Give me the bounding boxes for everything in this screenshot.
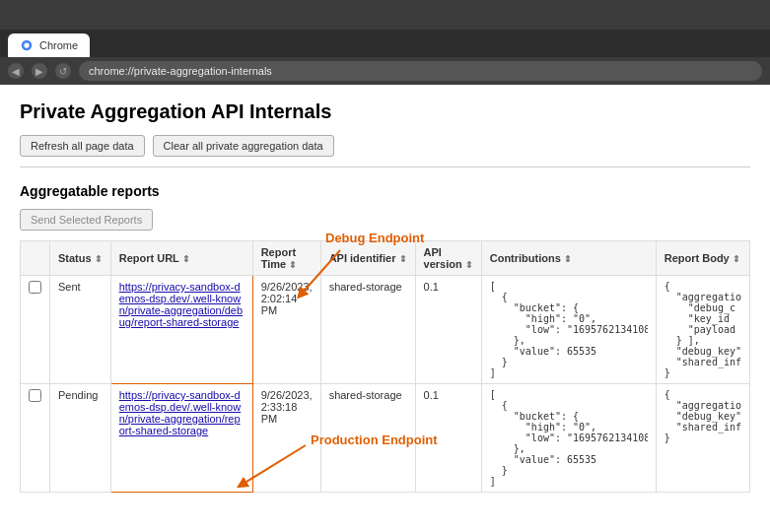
- row2-checkbox[interactable]: [29, 389, 41, 402]
- row1-api-version: 0.1: [415, 276, 481, 384]
- aggregatable-reports-table: Status ⇕ Report URL ⇕ ReportTime ⇕ API i…: [20, 240, 750, 493]
- chrome-top-bar: [0, 0, 770, 30]
- table-row: Sent https://privacy-sandbox-demos-dsp.d…: [21, 276, 750, 384]
- chrome-icon: [20, 38, 34, 52]
- reload-button[interactable]: ↺: [55, 63, 71, 79]
- chrome-address-bar: ◀ ▶ ↺: [0, 57, 770, 85]
- page-title: Private Aggregation API Internals: [20, 100, 750, 123]
- row1-contributions-json: [ { "bucket": { "high": "0", "low": "169…: [490, 281, 648, 378]
- col-report-body: Report Body ⇕: [656, 241, 749, 276]
- col-checkbox: [21, 241, 50, 276]
- row1-url[interactable]: https://privacy-sandbox-demos-dsp.dev/.w…: [110, 276, 252, 384]
- row1-contributions: [ { "bucket": { "high": "0", "low": "169…: [481, 276, 656, 384]
- page-content: Private Aggregation API Internals Refres…: [0, 85, 770, 508]
- svg-point-1: [24, 42, 29, 47]
- section-title: Aggregatable reports: [20, 183, 750, 199]
- row2-contributions: [ { "bucket": { "high": "0", "low": "169…: [481, 384, 656, 493]
- row1-status: Sent: [50, 276, 111, 384]
- forward-icon: ▶: [35, 66, 43, 77]
- row2-checkbox-cell: [21, 384, 50, 493]
- chrome-tab[interactable]: Chrome: [8, 33, 90, 57]
- send-selected-button[interactable]: Send Selected Reports: [20, 209, 153, 231]
- back-button[interactable]: ◀: [8, 63, 24, 79]
- row2-body-json: { "aggregatio "debug_key" "shared_inf }: [665, 389, 741, 443]
- address-bar[interactable]: [79, 61, 762, 81]
- refresh-button[interactable]: Refresh all page data: [20, 135, 145, 157]
- debug-endpoint-annotation: Debug Endpoint: [325, 231, 424, 245]
- reload-icon: ↺: [59, 66, 67, 77]
- forward-button[interactable]: ▶: [32, 63, 47, 79]
- row1-report-body: { "aggregatio "debug_c "key_id "payload …: [656, 276, 749, 384]
- back-icon: ◀: [12, 66, 20, 77]
- debug-arrow: [281, 245, 360, 304]
- col-status: Status ⇕: [50, 241, 111, 276]
- row2-status: Pending: [50, 384, 111, 493]
- chrome-tab-bar: Chrome: [0, 30, 770, 57]
- row2-contributions-json: [ { "bucket": { "high": "0", "low": "169…: [490, 389, 648, 487]
- row2-report-body: { "aggregatio "debug_key" "shared_inf }: [656, 384, 749, 493]
- production-arrow: [227, 435, 325, 495]
- col-report-url: Report URL ⇕: [110, 241, 252, 276]
- col-contributions: Contributions ⇕: [481, 241, 656, 276]
- row1-checkbox[interactable]: [29, 281, 41, 294]
- col-api-version: APIversion ⇕: [415, 241, 481, 276]
- clear-button[interactable]: Clear all private aggregation data: [153, 135, 334, 157]
- top-buttons: Refresh all page data Clear all private …: [20, 135, 750, 167]
- row1-body-json: { "aggregatio "debug_c "key_id "payload …: [665, 281, 741, 378]
- production-endpoint-annotation: Production Endpoint: [311, 432, 438, 447]
- table-header-row: Status ⇕ Report URL ⇕ ReportTime ⇕ API i…: [21, 241, 750, 276]
- row1-checkbox-cell: [21, 276, 50, 384]
- tab-label: Chrome: [39, 39, 78, 51]
- table-wrapper: Debug Endpoint Production Endpoint: [20, 240, 750, 493]
